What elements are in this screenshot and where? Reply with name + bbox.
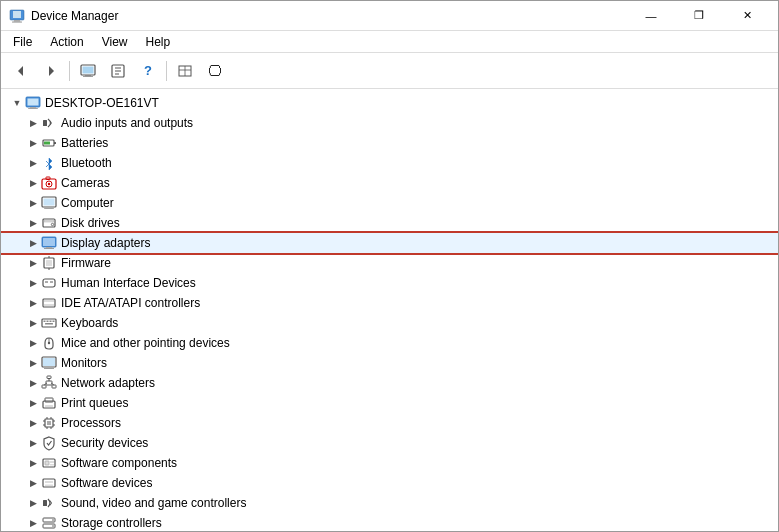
- svg-rect-71: [45, 405, 53, 407]
- disk-icon: [41, 215, 57, 231]
- ide-label: IDE ATA/ATAPI controllers: [61, 296, 200, 310]
- software-devices-icon: [41, 475, 57, 491]
- hid-label: Human Interface Devices: [61, 276, 196, 290]
- svg-rect-38: [46, 247, 52, 248]
- monitors-label: Monitors: [61, 356, 107, 370]
- tree-item-sound[interactable]: ▶ Sound, video and game controllers: [1, 493, 778, 513]
- tree-item-keyboards[interactable]: ▶ Keyboards: [1, 313, 778, 333]
- audio-chevron: ▶: [25, 115, 41, 131]
- hid-icon: [41, 275, 57, 291]
- tree-item-disk[interactable]: ▶ Disk drives: [1, 213, 778, 233]
- firmware-chevron: ▶: [25, 255, 41, 271]
- sound-chevron: ▶: [25, 495, 41, 511]
- tree-item-security[interactable]: ▶ Security devices: [1, 433, 778, 453]
- help-button[interactable]: ?: [134, 57, 162, 85]
- maximize-button[interactable]: ❐: [676, 1, 722, 31]
- svg-rect-28: [46, 177, 50, 180]
- window-title: Device Manager: [31, 9, 118, 23]
- view-button-2[interactable]: 🖵: [201, 57, 229, 85]
- mice-chevron: ▶: [25, 335, 41, 351]
- processors-label: Processors: [61, 416, 121, 430]
- tree-item-storage[interactable]: ▶ Storage controllers: [1, 513, 778, 531]
- svg-rect-60: [46, 367, 52, 368]
- tree-item-print[interactable]: ▶ Print queues: [1, 393, 778, 413]
- properties-button[interactable]: [104, 57, 132, 85]
- menu-action[interactable]: Action: [42, 33, 91, 51]
- tree-item-display[interactable]: ▶ Display adapters: [1, 233, 778, 253]
- svg-rect-52: [47, 321, 49, 323]
- tree-item-bluetooth[interactable]: ▶ Bluetooth: [1, 153, 778, 173]
- back-button[interactable]: [7, 57, 35, 85]
- storage-chevron: ▶: [25, 515, 41, 531]
- svg-rect-32: [44, 208, 54, 209]
- svg-point-57: [48, 342, 50, 344]
- svg-rect-3: [12, 21, 22, 22]
- tree-item-monitors[interactable]: ▶ Monitors: [1, 353, 778, 373]
- svg-rect-8: [85, 75, 91, 76]
- svg-marker-5: [49, 66, 54, 76]
- svg-rect-31: [46, 207, 52, 208]
- svg-marker-4: [18, 66, 23, 76]
- tree-item-processors[interactable]: ▶ Processors: [1, 413, 778, 433]
- tree-item-network[interactable]: ▶ Network adapters: [1, 373, 778, 393]
- svg-rect-37: [43, 238, 55, 246]
- toolbar: ? 🖵: [1, 53, 778, 89]
- tree-item-audio[interactable]: ▶ Audio inputs and outputs: [1, 113, 778, 133]
- svg-rect-34: [44, 220, 54, 222]
- minimize-button[interactable]: —: [628, 1, 674, 31]
- svg-point-35: [51, 223, 53, 225]
- close-button[interactable]: ✕: [724, 1, 770, 31]
- svg-point-27: [48, 183, 50, 185]
- tree-item-firmware[interactable]: ▶ Firmware: [1, 253, 778, 273]
- svg-rect-44: [43, 279, 55, 287]
- cameras-icon: [41, 175, 57, 191]
- svg-rect-39: [44, 248, 54, 249]
- menu-view[interactable]: View: [94, 33, 136, 51]
- svg-rect-24: [44, 142, 50, 145]
- root-label: DESKTOP-OE161VT: [45, 96, 159, 110]
- tree-item-software-components[interactable]: ▶ Software components: [1, 453, 778, 473]
- monitors-icon: [41, 355, 57, 371]
- mice-label: Mice and other pointing devices: [61, 336, 230, 350]
- svg-rect-19: [30, 107, 36, 108]
- svg-rect-21: [43, 120, 47, 126]
- view-button-1[interactable]: [171, 57, 199, 85]
- tree-root[interactable]: ▼ DESKTOP-OE161VT: [1, 93, 778, 113]
- svg-rect-59: [43, 358, 55, 366]
- computer-label: Computer: [61, 196, 114, 210]
- menu-bar: File Action View Help: [1, 31, 778, 53]
- disk-chevron: ▶: [25, 215, 41, 231]
- mice-icon: [41, 335, 57, 351]
- forward-button[interactable]: [37, 57, 65, 85]
- title-controls: — ❐ ✕: [628, 1, 770, 31]
- cameras-chevron: ▶: [25, 175, 41, 191]
- tree-item-ide[interactable]: ▶ IDE ATA/ATAPI controllers: [1, 293, 778, 313]
- batteries-chevron: ▶: [25, 135, 41, 151]
- toolbar-separator-1: [69, 61, 70, 81]
- tree-item-batteries[interactable]: ▶ Batteries: [1, 133, 778, 153]
- tree-item-mice[interactable]: ▶ Mice and other pointing devices: [1, 333, 778, 353]
- svg-point-93: [52, 525, 54, 527]
- software-devices-chevron: ▶: [25, 475, 41, 491]
- tree-item-cameras[interactable]: ▶ Cameras: [1, 173, 778, 193]
- batteries-icon: [41, 135, 57, 151]
- svg-rect-7: [83, 66, 94, 73]
- svg-rect-66: [47, 376, 51, 379]
- toolbar-separator-2: [166, 61, 167, 81]
- menu-help[interactable]: Help: [138, 33, 179, 51]
- svg-rect-51: [44, 321, 46, 323]
- svg-rect-84: [50, 461, 54, 463]
- menu-file[interactable]: File: [5, 33, 40, 51]
- software-components-icon: [41, 455, 57, 471]
- device-tree[interactable]: ▼ DESKTOP-OE161VT ▶ Audio: [1, 89, 778, 531]
- svg-rect-88: [45, 485, 53, 487]
- storage-icon: [41, 515, 57, 531]
- svg-rect-55: [45, 323, 53, 325]
- computer-button[interactable]: [74, 57, 102, 85]
- tree-item-computer[interactable]: ▶ Computer: [1, 193, 778, 213]
- tree-item-software-devices[interactable]: ▶ Software devices: [1, 473, 778, 493]
- title-bar: Device Manager — ❐ ✕: [1, 1, 778, 31]
- computer-icon: [41, 195, 57, 211]
- ide-icon: [41, 295, 57, 311]
- tree-item-hid[interactable]: ▶ Human Interface Devices: [1, 273, 778, 293]
